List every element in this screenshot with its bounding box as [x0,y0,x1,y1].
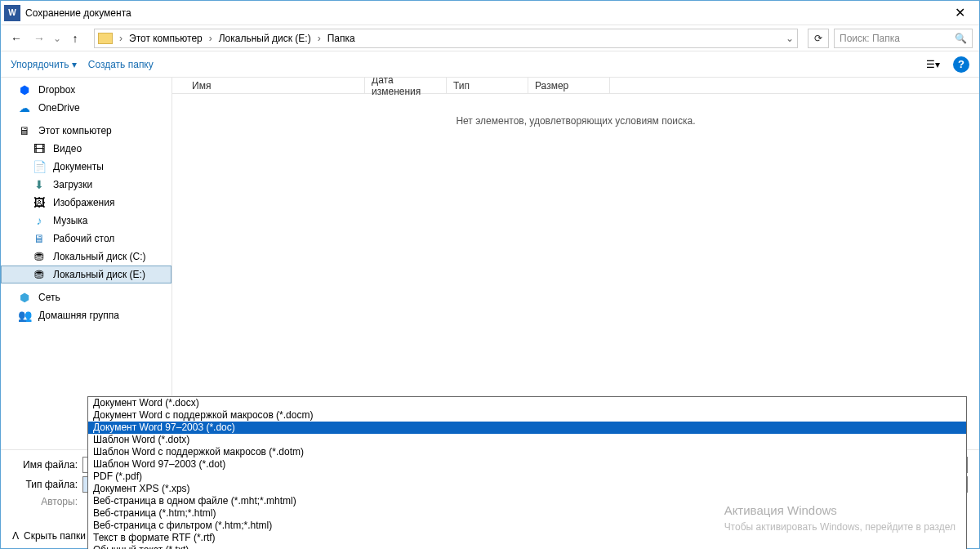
sidebar-item[interactable]: ⛃Локальный диск (C:) [1,248,172,266]
sidebar-item-icon: ⬢ [17,83,32,96]
breadcrumb-item[interactable]: Локальный диск (E:) [219,33,311,44]
sidebar-item[interactable]: ⛃Локальный диск (E:) [1,266,172,283]
back-button[interactable]: ← [7,29,25,47]
filetype-option[interactable]: Документ XPS (*.xps) [88,483,966,495]
filetype-option[interactable]: Обычный текст (*.txt) [88,544,966,549]
chevron-up-icon: ᐱ [12,530,19,542]
up-button[interactable]: ↑ [66,29,84,47]
filetype-option[interactable]: Документ Word 97–2003 (*.doc) [88,422,966,434]
sidebar-item[interactable]: 👥Домашняя группа [1,306,172,324]
sidebar-item[interactable]: ⬢Dropbox [1,81,172,99]
sidebar-item-label: Изображения [53,197,114,208]
refresh-button[interactable]: ⟳ [808,29,829,48]
sidebar-item[interactable]: 📄Документы [1,158,172,176]
filetype-option[interactable]: Документ Word (*.docx) [88,397,966,409]
windows-activation-watermark: Активация Windows Чтобы активировать Win… [724,502,956,534]
column-headers: Имя Дата изменения Тип Размер [172,78,979,94]
authors-label: Авторы: [12,496,78,507]
sidebar-item[interactable]: 🖥Этот компьютер [1,122,172,140]
nav-bar: ← → ⌄ ↑ › Этот компьютер › Локальный дис… [1,25,979,51]
filetype-label: Тип файла: [12,479,78,490]
sidebar-item-label: Видео [53,143,82,154]
sidebar-item-label: Этот компьютер [38,125,112,136]
breadcrumb-dropdown[interactable]: ⌄ [786,33,794,44]
sidebar-item[interactable]: 🖼Изображения [1,194,172,212]
sidebar-item[interactable]: 🎞Видео [1,140,172,158]
sidebar-item-label: Dropbox [38,84,75,96]
search-input[interactable]: Поиск: Папка 🔍 [834,29,973,48]
sidebar-item-icon: ♪ [32,214,47,227]
filetype-option[interactable]: PDF (*.pdf) [88,471,966,483]
new-folder-button[interactable]: Создать папку [88,59,154,70]
sidebar-item-icon: 👥 [17,309,32,322]
sidebar-item[interactable]: ☁OneDrive [1,99,172,117]
sidebar-item-label: OneDrive [38,102,80,114]
search-placeholder: Поиск: Папка [840,33,900,44]
sidebar-item-label: Домашняя группа [38,310,119,321]
breadcrumb[interactable]: › Этот компьютер › Локальный диск (E:) ›… [94,29,798,48]
col-type[interactable]: Тип [447,78,528,93]
organize-button[interactable]: Упорядочить ▾ [11,59,77,70]
sidebar-item-label: Документы [53,161,104,172]
toolbar: Упорядочить ▾ Создать папку ☰▾ ? [1,51,979,78]
empty-message: Нет элементов, удовлетворяющих условиям … [172,115,979,127]
sidebar-item-icon: ⬇ [32,178,47,191]
sidebar-item-icon: 🖼 [32,196,47,209]
close-button[interactable]: ✕ [943,5,976,20]
col-size[interactable]: Размер [528,78,610,93]
sidebar-item-icon: ☁ [17,101,32,114]
view-options-button[interactable]: ☰▾ [924,56,942,74]
search-icon: 🔍 [955,33,967,44]
sidebar-item[interactable]: 🖥Рабочий стол [1,230,172,248]
sidebar-item-icon: 🖥 [17,124,32,137]
folder-icon [98,33,113,44]
sidebar-item-label: Рабочий стол [53,233,114,244]
sidebar-item-icon: 🎞 [32,142,47,155]
sidebar-item-label: Локальный диск (E:) [53,269,145,280]
filetype-option[interactable]: Шаблон Word 97–2003 (*.dot) [88,458,966,471]
sidebar-item[interactable]: ⬢Сеть [1,288,172,306]
sidebar-item-label: Музыка [53,215,87,226]
breadcrumb-item[interactable]: Этот компьютер [129,33,203,44]
sidebar-item-icon: ⬢ [17,291,32,304]
col-name[interactable]: Имя [185,78,365,93]
breadcrumb-item[interactable]: Папка [327,33,355,44]
filetype-option[interactable]: Шаблон Word (*.dotx) [88,434,966,446]
filetype-option[interactable]: Документ Word с поддержкой макросов (*.d… [88,409,966,422]
sidebar-item-icon: 📄 [32,160,47,173]
sidebar-item-label: Сеть [38,292,60,303]
filetype-option[interactable]: Шаблон Word с поддержкой макросов (*.dot… [88,446,966,458]
sidebar-item-label: Загрузки [53,179,92,190]
breadcrumb-sep: › [119,33,122,44]
forward-button[interactable]: → [30,29,48,47]
help-button[interactable]: ? [953,56,969,73]
col-date[interactable]: Дата изменения [365,78,447,93]
sidebar-item[interactable]: ⬇Загрузки [1,176,172,194]
sidebar-item-icon: ⛃ [32,268,47,281]
window-title: Сохранение документа [25,7,943,19]
sidebar-item-icon: 🖥 [32,232,47,245]
title-bar: W Сохранение документа ✕ [1,1,979,25]
sidebar: ⬢Dropbox☁OneDrive🖥Этот компьютер🎞Видео📄Д… [1,78,172,449]
word-icon: W [4,5,20,21]
sidebar-item[interactable]: ♪Музыка [1,212,172,230]
file-list-pane: Имя Дата изменения Тип Размер Нет элемен… [172,78,979,449]
filename-label: Имя файла: [12,459,78,471]
sidebar-item-icon: ⛃ [32,250,47,263]
sidebar-item-label: Локальный диск (C:) [53,251,146,262]
